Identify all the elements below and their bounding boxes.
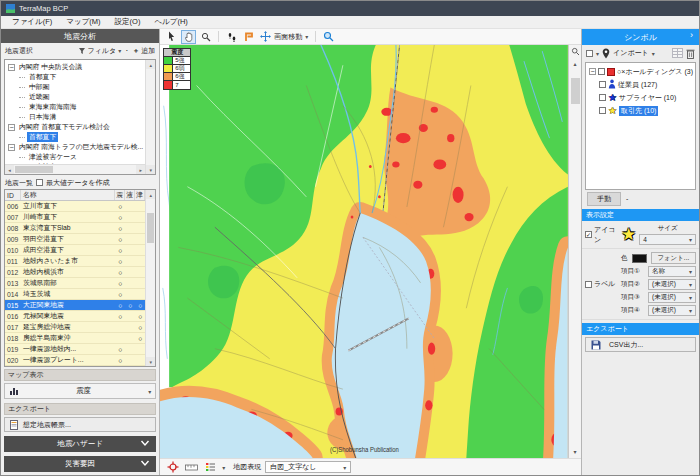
zoom-extent-icon[interactable] [570,46,581,57]
chevron-down-icon[interactable]: ▾ [222,464,225,471]
earthquake-tree-item[interactable]: 津波被害ケース [5,152,145,162]
field-combobox[interactable]: (未選択)▾ [648,279,696,290]
report-export-button[interactable]: 想定地震帳票... [4,417,156,432]
add-button[interactable]: 追加 [141,46,155,56]
zoom-window-tool[interactable] [321,30,336,44]
symbol-panel-header[interactable]: シンボル › [582,29,699,45]
map-pin-icon[interactable] [602,48,610,59]
flag-tool[interactable] [241,30,256,44]
tree-collapse-icon[interactable]: − [8,124,15,131]
hscroll-thumb[interactable] [15,166,53,173]
tree-collapse-icon[interactable]: − [8,144,15,151]
menu-item[interactable]: 設定(O) [108,16,148,28]
icon-checkbox[interactable]: ✓ [585,231,592,238]
import-button[interactable]: インポート [613,48,649,58]
earthquake-tree-item[interactable]: −内閣府 中央防災会議 [5,62,145,72]
symbol-checkbox[interactable] [599,94,606,101]
earthquake-tree-item[interactable]: 首都直下 [5,132,145,142]
field-combobox[interactable]: 名称▾ [648,266,696,277]
symbol-checkbox[interactable] [599,107,606,114]
chevron-down-icon[interactable]: ▾ [652,50,655,57]
col-tsunami[interactable]: 津 [135,190,145,200]
earthquake-table-row[interactable]: 006立川市直下○ [5,201,145,212]
font-button[interactable]: フォント... [651,252,696,264]
measure-tool[interactable] [184,460,199,474]
pan-mode-button[interactable]: 画面移動 ▾ [258,31,310,42]
earthquake-table-row[interactable]: 010成田空港直下○ [5,245,145,256]
filter-button[interactable]: フィルタ [88,46,117,56]
scroll-left-icon[interactable]: ◂ [5,165,14,174]
earthquake-table-row[interactable]: 020一律震源プレート...○ [5,355,145,366]
menu-item[interactable]: マップ(M) [59,16,107,28]
earthquake-tree-item[interactable]: 東海東南海南海 [5,102,145,112]
map-style-combobox[interactable]: 白図_文字なし ▾ [265,461,351,473]
hand-pan-tool[interactable] [181,30,196,44]
field-combobox[interactable]: (未選択)▾ [648,292,696,303]
field-combobox[interactable]: (未選択)▾ [648,305,696,316]
label-checkbox[interactable] [585,281,592,288]
earthquake-table-row[interactable]: 008東京湾直下Slab○ [5,223,145,234]
col-ekijo[interactable]: 液 [125,190,135,200]
label-color-swatch[interactable] [632,254,647,263]
col-id[interactable]: ID [5,190,21,200]
symbol-tree-item[interactable]: 従業員 (127) [588,79,693,90]
collapse-right-icon[interactable]: › [690,30,693,40]
map-vscrollbar[interactable]: ▴ ▾ [568,45,581,458]
menu-item[interactable]: ヘルプ(H) [147,16,194,28]
select-all-checkbox[interactable] [586,50,593,57]
title-bar[interactable]: TerraMap BCP [1,1,699,16]
max-data-checkbox[interactable] [36,179,43,186]
earthquake-tree-item[interactable]: 日本海溝 [5,112,145,122]
symbol-tree-item[interactable]: ★サプライヤー (10) [588,92,693,103]
earthquake-tree-item[interactable]: 近畿圏 [5,92,145,102]
hazard-accordion-bar[interactable]: 地震ハザード [4,436,156,452]
symbol-checkbox[interactable] [598,68,605,75]
zoom-tool[interactable] [198,30,213,44]
map-display-combobox[interactable]: 震度 ▾ [4,383,156,399]
footprints-tool[interactable] [224,30,239,44]
tree-collapse-icon[interactable]: − [8,64,15,71]
symbol-tree-item[interactable]: −○×ホールディングス (3) [588,66,693,77]
earthquake-table-row[interactable]: 016元禄関東地震○○ [5,311,145,322]
col-shindo[interactable]: 震 [115,190,125,200]
center-target-tool[interactable] [165,460,180,474]
earthquake-table-row[interactable]: 019一律震源地殻内...○ [5,344,145,355]
tree-hscrollbar[interactable]: ◂ ▸ [5,164,145,174]
earthquake-table-row[interactable]: 018房総半島南東沖○ [5,333,145,344]
tree-collapse-icon[interactable]: − [589,68,596,75]
menu-item[interactable]: ファイル(F) [5,16,59,28]
earthquake-table-row[interactable]: 011地殻内さいたま市○ [5,256,145,267]
earthquake-table-row[interactable]: 009羽田空港直下○ [5,234,145,245]
earthquake-table-row[interactable]: 017延宝房総沖地震○ [5,322,145,333]
scroll-up-icon[interactable]: ▴ [146,190,155,199]
scroll-down-icon[interactable]: ▾ [146,165,155,174]
earthquake-tree-item[interactable]: 中部圏 [5,82,145,92]
earthquake-tree-item[interactable]: −内閣府 首都直下モデル検討会 [5,122,145,132]
earthquake-tree-item[interactable]: −内閣府 南海トラフの巨大地震モデル検... [5,142,145,152]
earthquake-table-row[interactable]: 007川崎市直下○ [5,212,145,223]
table-vscrollbar[interactable]: ▴ ▾ [145,190,155,366]
col-name[interactable]: 名称 [21,190,115,200]
symbol-checkbox[interactable] [599,81,606,88]
symbol-tree-item[interactable]: ★取引先 (10) [588,105,693,116]
trash-icon[interactable] [686,48,695,59]
chevron-down-icon[interactable]: ▾ [596,50,599,57]
scroll-up-icon[interactable]: ▴ [146,60,155,69]
vscroll-thumb[interactable] [147,213,154,243]
scroll-down-icon[interactable]: ▾ [570,446,581,457]
scroll-right-icon[interactable]: ▸ [136,165,145,174]
scroll-down-icon[interactable]: ▾ [146,357,155,366]
map-vscroll-thumb[interactable] [571,78,580,104]
earthquake-tree-item[interactable]: 首都直下 [5,72,145,82]
tree-vscrollbar[interactable]: ▴ ▾ [145,60,155,174]
earthquake-table-row[interactable]: 015大正関東地震○○○ [5,300,145,311]
manual-button[interactable]: 手動 [587,192,621,206]
table-grid-icon[interactable] [672,48,683,58]
scroll-up-icon[interactable]: ▴ [570,58,581,69]
select-cursor-tool[interactable] [164,30,179,44]
earthquake-table-row[interactable]: 014埼玉茨城○ [5,289,145,300]
csv-export-button[interactable]: CSV出力... [585,337,696,352]
earthquake-table-row[interactable]: 013茨城県南部○ [5,278,145,289]
disaster-accordion-bar[interactable]: 災害要因 [4,456,156,472]
filter-dropdown-arrow[interactable]: ▾ [118,47,121,54]
